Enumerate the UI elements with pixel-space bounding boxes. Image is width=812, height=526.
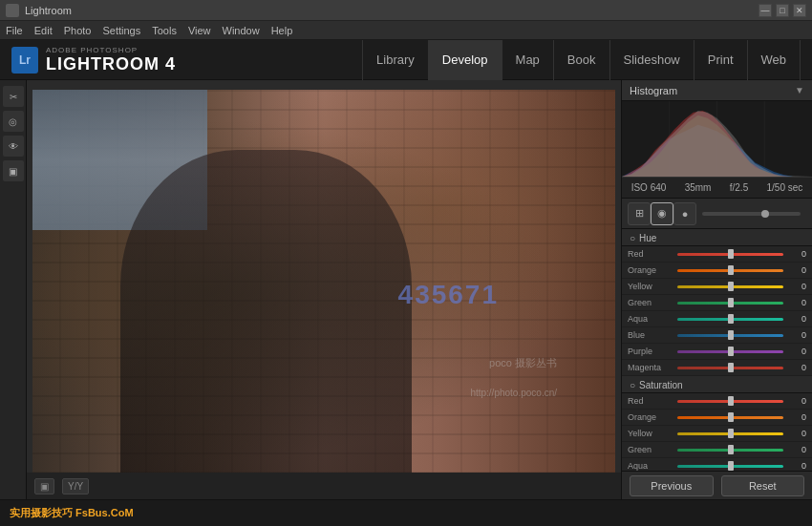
hsl-slider-track[interactable] bbox=[702, 212, 801, 216]
image-bottom-bar: ▣ Y/Y bbox=[27, 473, 621, 499]
app-title-group: ADOBE PHOTOSHOP LIGHTROOM 4 bbox=[46, 46, 176, 74]
hue-green-track[interactable] bbox=[677, 302, 783, 305]
hue-blue-label: Blue bbox=[628, 330, 673, 340]
histogram-title: Histogram bbox=[630, 85, 677, 96]
hue-green-value: 0 bbox=[787, 298, 806, 307]
hue-blue-track[interactable] bbox=[677, 334, 783, 337]
hue-purple-thumb bbox=[728, 347, 734, 356]
adobe-label: ADOBE PHOTOSHOP bbox=[46, 46, 176, 54]
camera-info-bar: ISO 640 35mm f/2.5 1/50 sec bbox=[622, 178, 812, 199]
hue-collapse-icon: ○ bbox=[630, 233, 635, 243]
sat-orange-track[interactable] bbox=[677, 416, 783, 419]
menu-edit[interactable]: Edit bbox=[34, 25, 53, 36]
sat-yellow-thumb bbox=[728, 429, 734, 438]
menu-file[interactable]: File bbox=[6, 25, 23, 36]
filmstrip-view-btn[interactable]: ▣ bbox=[34, 478, 54, 494]
hue-orange-row: Orange 0 bbox=[622, 263, 812, 279]
maximize-button[interactable]: □ bbox=[776, 4, 789, 17]
hsl-dot-icon[interactable]: ● bbox=[673, 202, 696, 225]
menu-window[interactable]: Window bbox=[223, 25, 260, 36]
reset-button[interactable]: Reset bbox=[721, 475, 805, 496]
hue-section-title[interactable]: ○ Hue bbox=[622, 229, 812, 246]
nav-map[interactable]: Map bbox=[502, 40, 553, 80]
shutter-value: 1/50 sec bbox=[767, 182, 803, 193]
sat-green-row: Green 0 bbox=[622, 442, 812, 458]
hue-aqua-track[interactable] bbox=[677, 318, 783, 321]
sat-yellow-value: 0 bbox=[787, 429, 806, 438]
hue-aqua-thumb bbox=[728, 314, 734, 324]
nav-book[interactable]: Book bbox=[553, 40, 609, 80]
hue-orange-track[interactable] bbox=[677, 269, 783, 272]
hsl-slider-thumb bbox=[761, 210, 769, 218]
hue-green-thumb bbox=[728, 298, 734, 307]
sat-collapse-icon: ○ bbox=[630, 380, 635, 390]
histogram-toggle[interactable]: ▼ bbox=[795, 85, 804, 95]
hue-orange-value: 0 bbox=[787, 265, 806, 275]
menu-help[interactable]: Help bbox=[271, 25, 293, 36]
sat-aqua-value: 0 bbox=[787, 461, 806, 471]
sat-orange-thumb bbox=[728, 412, 734, 422]
menu-settings[interactable]: Settings bbox=[102, 25, 140, 36]
hue-purple-row: Purple 0 bbox=[622, 344, 812, 360]
hue-red-value: 0 bbox=[787, 249, 806, 259]
sat-orange-value: 0 bbox=[787, 412, 806, 422]
hue-purple-track[interactable] bbox=[677, 350, 783, 353]
hue-yellow-track[interactable] bbox=[677, 285, 783, 288]
tool-crop[interactable]: ✂ bbox=[3, 86, 24, 107]
hue-purple-value: 0 bbox=[787, 347, 806, 356]
hsl-grid-icon[interactable]: ⊞ bbox=[628, 202, 651, 225]
titlebar-left: Lightroom bbox=[6, 4, 72, 17]
hue-magenta-track[interactable] bbox=[677, 367, 783, 369]
window-controls[interactable]: — □ ✕ bbox=[759, 4, 806, 17]
menu-view[interactable]: View bbox=[188, 25, 211, 36]
sat-aqua-track[interactable] bbox=[677, 465, 783, 468]
sat-orange-row: Orange 0 bbox=[622, 410, 812, 426]
compare-btn[interactable]: Y/Y bbox=[62, 478, 89, 494]
watermark-url: http://photo.poco.cn/ bbox=[470, 388, 557, 398]
saturation-section-title[interactable]: ○ Saturation bbox=[622, 376, 812, 393]
menu-tools[interactable]: Tools bbox=[152, 25, 177, 36]
hue-green-row: Green 0 bbox=[622, 295, 812, 311]
sat-green-value: 0 bbox=[787, 445, 806, 454]
hue-blue-row: Blue 0 bbox=[622, 327, 812, 344]
tool-gradient[interactable]: ▣ bbox=[3, 160, 24, 181]
hue-red-track[interactable] bbox=[677, 253, 783, 256]
hue-magenta-thumb bbox=[728, 363, 734, 372]
main-content: ✂ ◎ 👁 ▣ 435671 poco 摄影丛书 http://photo.po… bbox=[0, 80, 812, 499]
nav-print[interactable]: Print bbox=[694, 40, 747, 80]
sat-red-value: 0 bbox=[787, 396, 806, 406]
lr-badge: Lr bbox=[11, 47, 38, 74]
minimize-button[interactable]: — bbox=[759, 4, 772, 17]
hue-red-thumb bbox=[728, 249, 734, 259]
hue-label: Hue bbox=[639, 233, 656, 243]
iso-value: ISO 640 bbox=[631, 182, 667, 193]
left-tool-panel: ✂ ◎ 👁 ▣ bbox=[0, 80, 27, 499]
watermark-id: 435671 bbox=[398, 280, 499, 310]
hue-green-label: Green bbox=[628, 298, 673, 307]
hsl-circle-icon[interactable]: ◉ bbox=[651, 202, 673, 225]
previous-button[interactable]: Previous bbox=[630, 475, 714, 496]
nav-web[interactable]: Web bbox=[747, 40, 801, 80]
bottom-brand-text: 实用摄影技巧 FsBus.CoM bbox=[10, 506, 134, 520]
aperture-value: f/2.5 bbox=[730, 182, 748, 193]
app-name: LIGHTROOM 4 bbox=[46, 54, 176, 74]
hue-magenta-row: Magenta 0 bbox=[622, 360, 812, 376]
photo-display: 435671 poco 摄影丛书 http://photo.poco.cn/ bbox=[32, 90, 615, 491]
tool-red-eye[interactable]: 👁 bbox=[3, 136, 24, 157]
sat-green-track[interactable] bbox=[677, 449, 783, 452]
close-button[interactable]: ✕ bbox=[793, 4, 806, 17]
nav-library[interactable]: Library bbox=[362, 40, 428, 80]
hue-red-label: Red bbox=[628, 249, 673, 259]
nav-develop[interactable]: Develop bbox=[428, 40, 502, 80]
sat-red-label: Red bbox=[628, 396, 673, 406]
sat-red-track[interactable] bbox=[677, 400, 783, 403]
sat-yellow-track[interactable] bbox=[677, 432, 783, 435]
nav-slideshow[interactable]: Slideshow bbox=[609, 40, 694, 80]
sat-red-row: Red 0 bbox=[622, 393, 812, 410]
menu-photo[interactable]: Photo bbox=[64, 25, 92, 36]
histogram-header: Histogram ▼ bbox=[622, 80, 812, 101]
sliders-panel[interactable]: ○ Hue Red 0 Orange 0 Yellow 0 Green bbox=[622, 229, 812, 471]
hue-purple-label: Purple bbox=[628, 347, 673, 356]
tool-heal[interactable]: ◎ bbox=[3, 111, 24, 132]
person-area bbox=[120, 150, 412, 491]
